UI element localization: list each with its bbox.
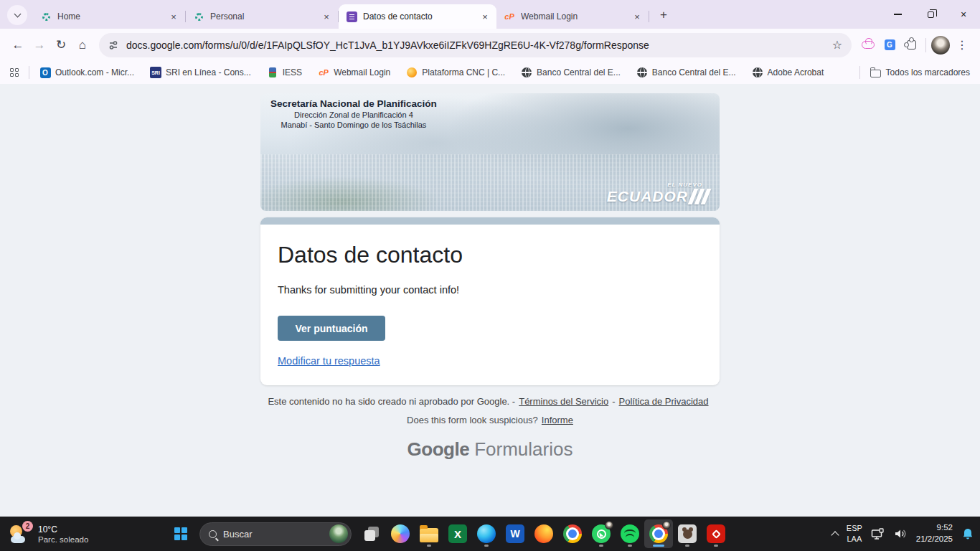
privacy-link[interactable]: Política de Privacidad — [619, 396, 709, 407]
excel-button[interactable]: X — [443, 519, 472, 548]
address-bar[interactable]: docs.google.com/forms/u/0/d/e/1FAIpQLSfO… — [99, 33, 852, 57]
bookmark-label: Outlook.com - Micr... — [55, 67, 134, 77]
banner-org-title: Secretaría Nacional de Planificación — [270, 98, 437, 109]
task-view-icon — [363, 525, 380, 542]
word-button[interactable]: W — [501, 519, 529, 548]
profile-avatar[interactable] — [930, 34, 951, 56]
weather-icon: 2 — [9, 523, 32, 545]
tab-personal[interactable]: Personal × — [186, 4, 338, 29]
form-confirmation-message: Thanks for submitting your contact info! — [278, 284, 702, 296]
chrome-icon — [563, 524, 582, 543]
tab-datos-de-contacto[interactable]: Datos de contacto × — [339, 4, 496, 29]
translate-icon[interactable]: G — [879, 34, 900, 56]
tab-webmail-login[interactable]: cP Webmail Login × — [496, 4, 649, 29]
bookmark-label: Plataforma CNC | C... — [422, 67, 505, 77]
browser-menu-icon[interactable]: ⋮ — [951, 34, 973, 56]
restore-button[interactable] — [914, 0, 947, 29]
bookmark-adobe-acrobat[interactable]: Adobe Acrobat — [752, 67, 824, 78]
close-icon[interactable]: × — [631, 11, 643, 22]
ecuador-logo: EL NUEVO ECUADOR — [607, 182, 708, 205]
dbeaver-button[interactable] — [673, 519, 702, 548]
system-tray: ESP LAA 9:52 21/2/2025 — [832, 517, 974, 551]
back-button[interactable]: ← — [7, 34, 29, 56]
ecuador-logo-top: EL NUEVO — [607, 182, 702, 188]
bookmark-label: Webmail Login — [334, 67, 390, 77]
form-header-image: Secretaría Nacional de Planificación Dir… — [260, 93, 720, 211]
globe-icon — [636, 67, 648, 78]
weather-condition: Parc. soleado — [38, 535, 88, 544]
suspicious-row: Does this form look suspicious?Informe — [0, 415, 980, 425]
url-text[interactable]: docs.google.com/forms/u/0/d/e/1FAIpQLSfO… — [126, 39, 827, 51]
bookmark-webmail[interactable]: cP Webmail Login — [318, 67, 390, 78]
terms-link[interactable]: Términos del Servicio — [519, 396, 608, 407]
chrome-active-button[interactable] — [644, 519, 673, 548]
close-window-button[interactable]: × — [947, 0, 980, 29]
tab-search-button[interactable] — [7, 5, 27, 25]
bookmark-cnc[interactable]: Plataforma CNC | C... — [406, 67, 505, 78]
bookmark-iess[interactable]: IESS — [267, 67, 302, 78]
minimize-icon — [894, 14, 902, 14]
site-info-icon[interactable] — [108, 39, 119, 51]
file-explorer-button[interactable] — [415, 519, 443, 548]
tab-home[interactable]: Home × — [33, 4, 185, 29]
edit-response-link[interactable]: Modificar tu respuesta — [278, 355, 380, 367]
task-view-button[interactable] — [357, 519, 386, 548]
close-icon[interactable]: × — [168, 11, 179, 22]
cpanel-icon: cP — [504, 11, 515, 22]
ecuador-logo-text: ECUADOR — [607, 188, 688, 205]
banner-region: Manabí - Santo Domingo de los Tsáchilas — [270, 121, 437, 129]
home-button[interactable]: ⌂ — [72, 34, 93, 56]
bookmark-banco-central-2[interactable]: Banco Central del E... — [636, 67, 736, 78]
close-icon[interactable]: × — [321, 11, 332, 22]
extensions-icon[interactable] — [900, 34, 922, 56]
all-bookmarks-button[interactable]: Todos los marcadores — [870, 67, 970, 78]
formularios-wordmark: Formularios — [474, 438, 573, 460]
firefox-button[interactable] — [529, 519, 558, 548]
weather-extension-icon[interactable] — [857, 34, 879, 56]
search-daily-image — [329, 524, 348, 543]
browser-toolbar: ← → ↻ ⌂ docs.google.com/forms/u/0/d/e/1F… — [0, 29, 980, 61]
taskbar-search[interactable]: Buscar — [199, 522, 352, 546]
minimize-button[interactable] — [881, 0, 914, 29]
bookmark-outlook[interactable]: O Outlook.com - Micr... — [39, 67, 134, 78]
volume-icon[interactable] — [894, 528, 908, 540]
notification-badge: 2 — [22, 521, 33, 532]
chrome-button[interactable] — [558, 519, 587, 548]
language-line1: ESP — [847, 523, 862, 534]
bookmarks-folder-icon — [870, 67, 882, 78]
ecuador-logo-bars — [691, 189, 708, 204]
acrobat-button[interactable] — [702, 519, 730, 548]
weather-widget[interactable]: 2 10°C Parc. soleado — [9, 517, 88, 551]
clock[interactable]: 9:52 21/2/2025 — [916, 522, 953, 545]
forward-button[interactable]: → — [29, 34, 50, 56]
language-line2: LAA — [847, 534, 862, 545]
bookmark-star-icon[interactable]: ☆ — [827, 35, 847, 55]
close-icon[interactable]: × — [479, 11, 491, 22]
network-icon[interactable] — [871, 528, 885, 540]
tray-chevron-icon[interactable] — [831, 531, 839, 539]
report-link[interactable]: Informe — [542, 415, 573, 425]
new-tab-button[interactable]: + — [654, 5, 674, 25]
search-placeholder: Buscar — [223, 529, 329, 540]
bookmark-label: Banco Central del E... — [537, 67, 621, 77]
spotify-button[interactable] — [616, 519, 644, 548]
file-explorer-icon — [420, 528, 438, 542]
tab-label: Datos de contacto — [363, 11, 475, 22]
windows-logo-icon — [174, 527, 187, 540]
banner-text-block: Secretaría Nacional de Planificación Dir… — [270, 98, 437, 129]
bookmark-banco-central-1[interactable]: Banco Central del E... — [521, 67, 621, 78]
bookmark-sri[interactable]: SRI SRI en Línea - Cons... — [150, 67, 251, 78]
reload-button[interactable]: ↻ — [50, 34, 72, 56]
acrobat-icon — [707, 524, 725, 543]
view-score-button[interactable]: Ver puntuación — [278, 316, 385, 341]
globe-icon — [752, 67, 763, 78]
copilot-button[interactable] — [386, 519, 415, 548]
date-text: 21/2/2025 — [916, 534, 953, 545]
edge-button[interactable] — [472, 519, 501, 548]
start-button[interactable] — [166, 519, 195, 548]
time-text: 9:52 — [916, 522, 953, 534]
notification-bell-icon[interactable] — [961, 527, 974, 541]
apps-grid-icon[interactable] — [10, 68, 19, 77]
whatsapp-button[interactable] — [587, 519, 616, 548]
language-indicator[interactable]: ESP LAA — [847, 523, 862, 545]
